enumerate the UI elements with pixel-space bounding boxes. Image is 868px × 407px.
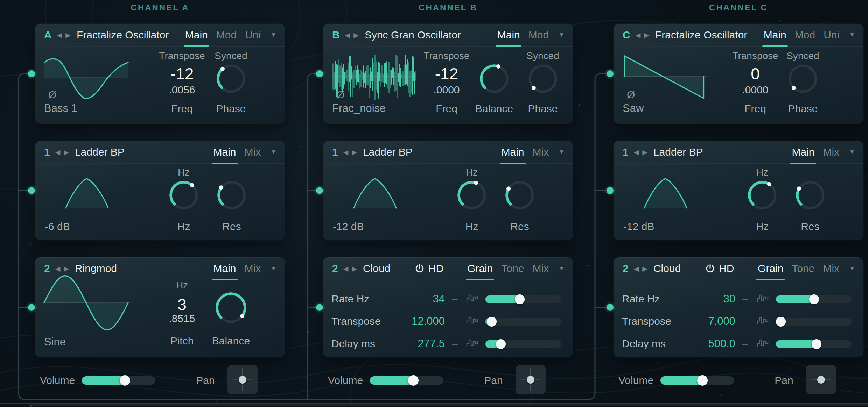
hd-mode-label[interactable]: HD bbox=[428, 263, 443, 274]
tab-main[interactable]: Main bbox=[501, 141, 524, 163]
pitch-fine-value[interactable]: .8515 bbox=[169, 313, 195, 324]
prev-module-arrow-icon[interactable]: ◀ bbox=[57, 31, 62, 39]
transpose-value[interactable]: 12.000 bbox=[396, 315, 445, 328]
volume-slider[interactable] bbox=[370, 376, 443, 385]
slider-thumb[interactable] bbox=[809, 294, 819, 304]
pan-xy-pad[interactable] bbox=[227, 365, 258, 394]
power-icon[interactable] bbox=[415, 264, 425, 273]
prev-module-arrow-icon[interactable]: ◀ bbox=[343, 148, 349, 156]
tab-tone[interactable]: Tone bbox=[792, 257, 814, 280]
next-module-arrow-icon[interactable]: ▶ bbox=[642, 148, 648, 156]
volume-slider[interactable] bbox=[660, 376, 734, 385]
delay-value[interactable]: 500.0 bbox=[686, 337, 735, 350]
tab-grain[interactable]: Grain bbox=[467, 257, 493, 280]
volume-slider-thumb[interactable] bbox=[408, 375, 419, 386]
preset-name[interactable]: Saw bbox=[623, 102, 644, 115]
preset-name[interactable]: Frac_noise bbox=[332, 102, 386, 115]
tab-main[interactable]: Main bbox=[764, 24, 786, 46]
transpose-slider[interactable] bbox=[776, 318, 852, 326]
slider-thumb[interactable] bbox=[515, 294, 525, 304]
resonance-knob[interactable] bbox=[217, 180, 247, 210]
next-module-arrow-icon[interactable]: ▶ bbox=[65, 31, 71, 39]
prev-module-arrow-icon[interactable]: ◀ bbox=[634, 265, 639, 273]
tab-mod[interactable]: Mod bbox=[528, 24, 549, 46]
transpose-fine-value[interactable]: .0000 bbox=[742, 84, 768, 96]
chevron-down-icon[interactable]: ▼ bbox=[849, 149, 855, 156]
resonance-knob[interactable] bbox=[795, 180, 825, 210]
tab-main[interactable]: Main bbox=[497, 24, 520, 46]
pan-position-dot[interactable] bbox=[527, 376, 534, 384]
rate-value[interactable]: 34 bbox=[396, 293, 445, 305]
volume-slider-thumb[interactable] bbox=[120, 375, 130, 386]
tab-mix[interactable]: Mix bbox=[533, 141, 549, 163]
chevron-down-icon[interactable]: ▼ bbox=[559, 265, 565, 272]
chevron-down-icon[interactable]: ▼ bbox=[559, 31, 565, 38]
cutoff-knob[interactable] bbox=[169, 180, 199, 210]
tab-mix[interactable]: Mix bbox=[245, 141, 261, 163]
filter-slope-label[interactable]: -12 dB bbox=[333, 221, 364, 233]
tab-mod[interactable]: Mod bbox=[216, 24, 237, 46]
balance-knob[interactable] bbox=[215, 292, 247, 324]
power-icon[interactable] bbox=[705, 264, 715, 273]
tab-main[interactable]: Main bbox=[213, 257, 236, 280]
rate-slider[interactable] bbox=[776, 295, 852, 303]
rate-value[interactable]: 30 bbox=[686, 293, 735, 305]
next-module-arrow-icon[interactable]: ▶ bbox=[642, 265, 648, 273]
transpose-slider[interactable] bbox=[485, 318, 561, 326]
transpose-value[interactable]: -12 bbox=[435, 66, 458, 82]
filter-slope-label[interactable]: -12 dB bbox=[623, 221, 654, 233]
pan-xy-pad[interactable] bbox=[806, 365, 836, 394]
next-module-arrow-icon[interactable]: ▶ bbox=[352, 148, 357, 156]
tab-main[interactable]: Main bbox=[185, 24, 208, 46]
tab-main[interactable]: Main bbox=[792, 141, 814, 163]
filter-slope-label[interactable]: -6 dB bbox=[45, 221, 70, 233]
chevron-down-icon[interactable]: ▼ bbox=[271, 149, 276, 156]
tab-mix[interactable]: Mix bbox=[823, 257, 840, 280]
rate-slider[interactable] bbox=[485, 295, 561, 303]
tab-uni[interactable]: Uni bbox=[824, 24, 839, 46]
delay-value[interactable]: 277.5 bbox=[396, 337, 445, 350]
pitch-value[interactable]: 3 bbox=[177, 297, 187, 313]
tab-mix[interactable]: Mix bbox=[533, 257, 549, 280]
tab-uni[interactable]: Uni bbox=[245, 24, 261, 46]
chevron-down-icon[interactable]: ▼ bbox=[271, 265, 276, 272]
next-module-arrow-icon[interactable]: ▶ bbox=[64, 148, 69, 156]
tab-tone[interactable]: Tone bbox=[501, 257, 524, 280]
transpose-fine-value[interactable]: .0000 bbox=[433, 84, 460, 96]
pan-position-dot[interactable] bbox=[817, 376, 825, 384]
transpose-value[interactable]: 0 bbox=[751, 66, 760, 82]
preset-name[interactable]: Bass 1 bbox=[44, 102, 77, 115]
pan-position-dot[interactable] bbox=[239, 376, 246, 384]
delay-slider[interactable] bbox=[485, 340, 561, 348]
cutoff-knob[interactable] bbox=[457, 180, 487, 210]
pan-xy-pad[interactable] bbox=[516, 365, 546, 394]
resonance-knob[interactable] bbox=[505, 180, 535, 210]
volume-slider-thumb[interactable] bbox=[697, 375, 708, 386]
preset-name[interactable]: Sine bbox=[44, 336, 66, 348]
balance-knob[interactable] bbox=[479, 64, 509, 94]
delay-slider[interactable] bbox=[776, 340, 852, 348]
prev-module-arrow-icon[interactable]: ◀ bbox=[55, 148, 61, 156]
tab-mix[interactable]: Mix bbox=[823, 141, 840, 163]
tab-grain[interactable]: Grain bbox=[758, 257, 783, 280]
cutoff-knob[interactable] bbox=[747, 180, 777, 210]
phase-invert-icon[interactable]: Ø bbox=[336, 89, 344, 101]
slider-thumb[interactable] bbox=[487, 317, 497, 327]
phase-invert-icon[interactable]: Ø bbox=[48, 89, 56, 101]
chevron-down-icon[interactable]: ▼ bbox=[849, 265, 855, 272]
phase-knob[interactable] bbox=[216, 64, 246, 94]
tab-main[interactable]: Main bbox=[213, 141, 236, 163]
prev-module-arrow-icon[interactable]: ◀ bbox=[636, 31, 641, 39]
volume-slider[interactable] bbox=[82, 376, 155, 385]
tab-mod[interactable]: Mod bbox=[795, 24, 815, 46]
transpose-value[interactable]: 7.000 bbox=[686, 315, 735, 328]
slider-thumb[interactable] bbox=[812, 339, 821, 349]
next-module-arrow-icon[interactable]: ▶ bbox=[354, 31, 359, 39]
chevron-down-icon[interactable]: ▼ bbox=[559, 149, 565, 156]
chevron-down-icon[interactable]: ▼ bbox=[849, 31, 855, 38]
prev-module-arrow-icon[interactable]: ◀ bbox=[345, 31, 350, 39]
chevron-down-icon[interactable]: ▼ bbox=[271, 31, 276, 38]
slider-thumb[interactable] bbox=[776, 317, 786, 327]
transpose-value[interactable]: -12 bbox=[170, 66, 194, 82]
transpose-fine-value[interactable]: .0056 bbox=[169, 84, 195, 96]
